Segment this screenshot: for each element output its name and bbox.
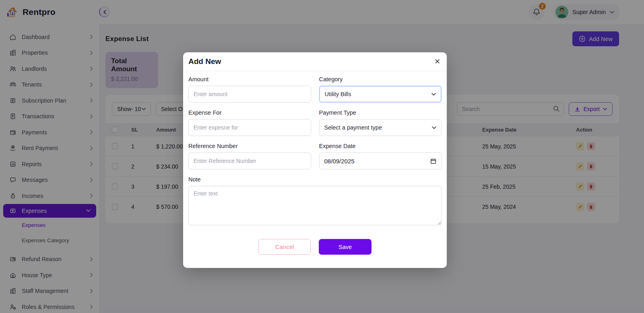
modal-title: Add New [188,57,221,66]
expense-date-input[interactable]: 08/09/2025 [319,152,442,169]
reference-number-label: Reference Number [188,143,311,149]
category-field-group: Category Utility Bills [319,76,442,103]
amount-input[interactable] [188,86,311,103]
expense-for-field-group: Expense For [188,109,311,136]
payment-type-label: Payment Type [319,109,442,116]
category-select-value: Utility Bills [325,91,351,97]
expense-for-input[interactable] [188,119,311,136]
amount-label: Amount [188,76,311,82]
reference-number-field-group: Reference Number [188,143,311,169]
expense-date-field-group: Expense Date 08/09/2025 [319,143,442,169]
expense-date-value: 08/09/2025 [324,158,355,165]
expense-for-label: Expense For [188,109,311,116]
expense-date-label: Expense Date [319,143,442,149]
calendar-icon [430,158,436,164]
note-label: Note [188,176,442,183]
payment-type-field-group: Payment Type Select a payment type [319,109,442,136]
amount-field-group: Amount [188,76,311,103]
close-icon[interactable]: ✕ [433,57,441,66]
save-button[interactable]: Save [319,239,372,255]
chevron-down-icon [432,126,436,129]
reference-number-input[interactable] [188,152,311,169]
payment-type-select[interactable]: Select a payment type [319,119,442,136]
chevron-down-icon [431,93,436,96]
payment-type-select-value: Select a payment type [324,124,382,131]
note-textarea[interactable] [188,186,442,225]
note-field-group: Note [188,176,442,227]
add-new-modal: Add New ✕ Amount Category Utility Bills … [183,52,447,268]
category-select[interactable]: Utility Bills [319,86,442,103]
category-label: Category [319,76,442,82]
cancel-button[interactable]: Cancel [258,239,311,255]
